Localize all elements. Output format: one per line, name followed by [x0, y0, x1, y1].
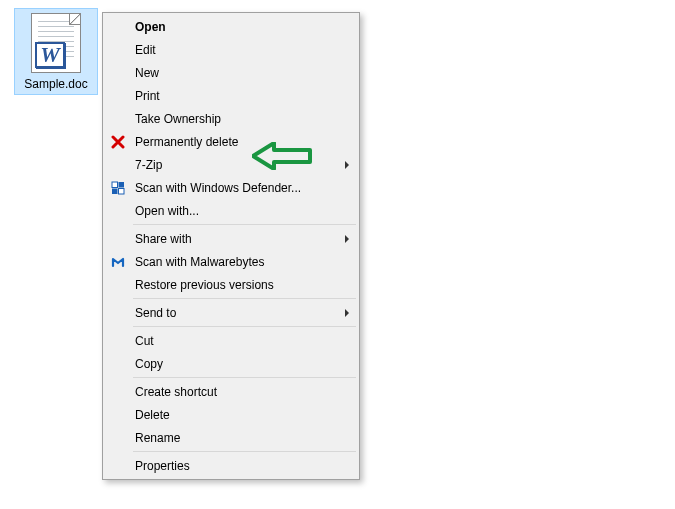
chevron-right-icon [345, 235, 349, 243]
menu-properties[interactable]: Properties [105, 454, 357, 477]
menu-label: Rename [135, 431, 180, 445]
menu-label: Delete [135, 408, 170, 422]
menu-open-with[interactable]: Open with... [105, 199, 357, 222]
menu-label: Edit [135, 43, 156, 57]
menu-7zip[interactable]: 7-Zip [105, 153, 357, 176]
menu-separator [133, 451, 356, 452]
menu-label: Print [135, 89, 160, 103]
menu-print[interactable]: Print [105, 84, 357, 107]
menu-copy[interactable]: Copy [105, 352, 357, 375]
menu-label: Cut [135, 334, 154, 348]
word-w-icon: W [35, 42, 65, 68]
word-doc-icon: W [31, 13, 81, 73]
menu-open[interactable]: Open [105, 15, 357, 38]
menu-label: 7-Zip [135, 158, 162, 172]
svg-rect-3 [119, 188, 125, 194]
menu-edit[interactable]: Edit [105, 38, 357, 61]
menu-restore-versions[interactable]: Restore previous versions [105, 273, 357, 296]
svg-rect-1 [119, 182, 125, 188]
menu-separator [133, 326, 356, 327]
menu-label: Open with... [135, 204, 199, 218]
menu-label: Open [135, 20, 166, 34]
menu-permanently-delete[interactable]: Permanently delete [105, 130, 357, 153]
menu-label: Restore previous versions [135, 278, 274, 292]
chevron-right-icon [345, 309, 349, 317]
menu-label: Copy [135, 357, 163, 371]
menu-label: Permanently delete [135, 135, 238, 149]
context-menu: Open Edit New Print Take Ownership Perma… [102, 12, 360, 480]
menu-label: Scan with Windows Defender... [135, 181, 301, 195]
delete-x-icon [110, 134, 126, 150]
svg-rect-0 [112, 182, 118, 188]
menu-separator [133, 298, 356, 299]
menu-create-shortcut[interactable]: Create shortcut [105, 380, 357, 403]
svg-rect-2 [112, 188, 118, 194]
menu-new[interactable]: New [105, 61, 357, 84]
menu-separator [133, 377, 356, 378]
menu-label: Share with [135, 232, 192, 246]
menu-rename[interactable]: Rename [105, 426, 357, 449]
menu-label: Create shortcut [135, 385, 217, 399]
menu-delete[interactable]: Delete [105, 403, 357, 426]
menu-label: Properties [135, 459, 190, 473]
menu-label: Scan with Malwarebytes [135, 255, 264, 269]
defender-shield-icon [110, 180, 126, 196]
menu-share-with[interactable]: Share with [105, 227, 357, 250]
menu-label: New [135, 66, 159, 80]
file-name-label: Sample.doc [17, 77, 95, 91]
menu-scan-defender[interactable]: Scan with Windows Defender... [105, 176, 357, 199]
menu-take-ownership[interactable]: Take Ownership [105, 107, 357, 130]
file-desktop-icon[interactable]: W Sample.doc [14, 8, 98, 95]
menu-cut[interactable]: Cut [105, 329, 357, 352]
menu-scan-malwarebytes[interactable]: Scan with Malwarebytes [105, 250, 357, 273]
malwarebytes-icon [110, 254, 126, 270]
menu-send-to[interactable]: Send to [105, 301, 357, 324]
menu-separator [133, 224, 356, 225]
menu-label: Take Ownership [135, 112, 221, 126]
menu-label: Send to [135, 306, 176, 320]
chevron-right-icon [345, 161, 349, 169]
